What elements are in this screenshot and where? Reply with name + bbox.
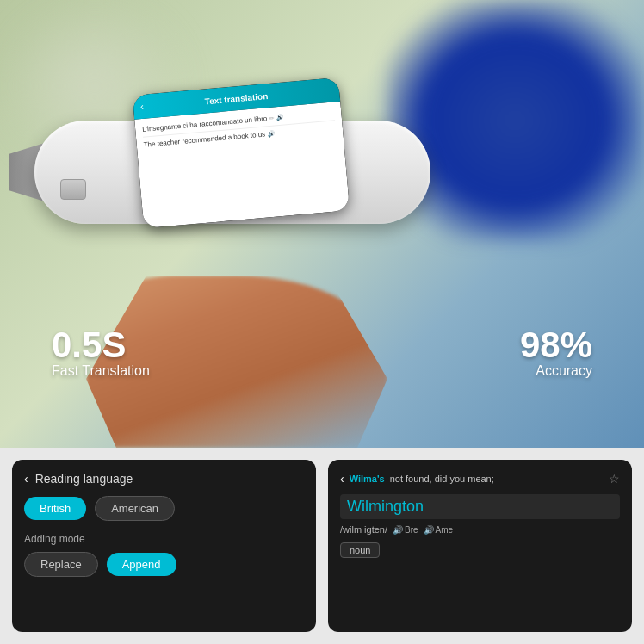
screen-title: Text translation	[204, 91, 268, 106]
panel-right-header: ‹ Wilma's not found, did you mean; ☆	[340, 472, 620, 486]
reading-language-title: Reading language	[35, 472, 133, 486]
pronunciation-row: /wilm igten/ 🔊 Bre 🔊 Ame	[340, 524, 620, 535]
pen-device: ‹ Text translation L'insegnante ci ha ra…	[34, 69, 465, 293]
speed-number: 0.5S	[52, 327, 150, 363]
word-suggestion-panel: ‹ Wilma's not found, did you mean; ☆ Wil…	[328, 460, 632, 632]
screen-content: L'insegnante ci ha raccomandato un libro…	[134, 102, 350, 228]
not-found-text: not found, did you mean;	[390, 474, 494, 484]
mode-options-row: Replace Append	[24, 552, 304, 577]
product-image-section: ‹ Text translation L'insegnante ci ha ra…	[0, 0, 644, 448]
panel-right-back-icon[interactable]: ‹	[340, 472, 344, 486]
british-speaker-btn[interactable]: 🔊 Bre	[393, 525, 418, 535]
adding-mode-label: Adding mode	[24, 533, 304, 545]
accuracy-number: 98%	[520, 327, 592, 363]
star-icon[interactable]: ☆	[609, 472, 620, 486]
header-left-group: ‹ Wilma's not found, did you mean;	[340, 472, 494, 486]
suggestion-word: Wilmington	[340, 494, 620, 519]
language-options-row: British American	[24, 496, 304, 521]
stat-speed: 0.5S Fast Translation	[52, 327, 150, 379]
british-button[interactable]: British	[24, 497, 86, 520]
panel-left-back-icon[interactable]: ‹	[24, 472, 28, 486]
panel-left-header: ‹ Reading language	[24, 472, 304, 486]
speaker-icon-2: 🔊	[267, 131, 276, 138]
replace-button[interactable]: Replace	[24, 552, 98, 577]
pencil-icon: ✏	[269, 115, 275, 121]
accuracy-label: Accuracy	[520, 363, 592, 379]
speed-label: Fast Translation	[52, 363, 150, 379]
stat-accuracy: 98% Accuracy	[520, 327, 592, 379]
reading-language-panel: ‹ Reading language British American Addi…	[12, 460, 316, 632]
searched-word: Wilma's	[350, 474, 385, 484]
device-screen: ‹ Text translation L'insegnante ci ha ra…	[133, 77, 350, 228]
speaker-icon-1: 🔊	[276, 115, 284, 121]
part-of-speech-badge: noun	[340, 542, 380, 558]
american-button[interactable]: American	[95, 496, 175, 521]
phonetic-text: /wilm igten/	[340, 524, 387, 535]
bottom-panels: ‹ Reading language British American Addi…	[0, 448, 644, 644]
screen-back-icon: ‹	[139, 101, 144, 113]
american-speaker-btn[interactable]: 🔊 Ame	[424, 525, 454, 535]
append-button[interactable]: Append	[107, 553, 176, 576]
pen-button	[60, 179, 86, 200]
